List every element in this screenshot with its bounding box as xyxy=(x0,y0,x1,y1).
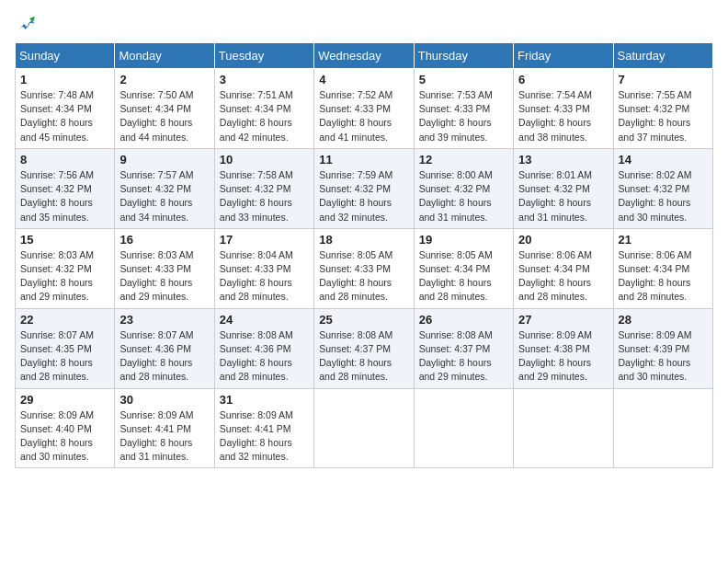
table-row: 18 Sunrise: 8:05 AM Sunset: 4:33 PM Dayl… xyxy=(314,228,414,308)
day-number: 26 xyxy=(419,313,508,327)
empty-cell xyxy=(613,388,712,468)
empty-cell xyxy=(314,388,414,468)
day-number: 30 xyxy=(119,393,209,407)
table-row: 6 Sunrise: 7:54 AM Sunset: 4:33 PM Dayli… xyxy=(514,69,613,149)
table-row: 3 Sunrise: 7:51 AM Sunset: 4:34 PM Dayli… xyxy=(214,69,313,149)
day-info: Sunrise: 8:00 AM Sunset: 4:32 PM Dayligh… xyxy=(419,168,508,224)
day-info: Sunrise: 8:07 AM Sunset: 4:36 PM Dayligh… xyxy=(119,328,209,385)
day-info: Sunrise: 8:03 AM Sunset: 4:33 PM Dayligh… xyxy=(119,248,209,304)
col-friday: Friday xyxy=(514,43,613,69)
day-number: 4 xyxy=(319,73,408,86)
table-row: 24 Sunrise: 8:08 AM Sunset: 4:36 PM Dayl… xyxy=(214,308,313,388)
day-info: Sunrise: 7:48 AM Sunset: 4:34 PM Dayligh… xyxy=(20,88,109,144)
day-number: 29 xyxy=(20,393,109,407)
day-number: 24 xyxy=(220,313,309,327)
table-row: 26 Sunrise: 8:08 AM Sunset: 4:37 PM Dayl… xyxy=(414,308,513,388)
day-info: Sunrise: 7:52 AM Sunset: 4:33 PM Dayligh… xyxy=(319,88,408,144)
day-number: 11 xyxy=(319,153,408,167)
col-saturday: Saturday xyxy=(613,43,712,69)
day-number: 25 xyxy=(319,313,408,327)
day-info: Sunrise: 8:06 AM Sunset: 4:34 PM Dayligh… xyxy=(518,248,608,304)
day-number: 6 xyxy=(518,73,608,86)
day-number: 14 xyxy=(619,153,708,167)
table-row: 16 Sunrise: 8:03 AM Sunset: 4:33 PM Dayl… xyxy=(115,228,214,308)
col-sunday: Sunday xyxy=(16,43,115,69)
day-info: Sunrise: 7:59 AM Sunset: 4:32 PM Dayligh… xyxy=(319,168,408,224)
calendar-week-row: 22 Sunrise: 8:07 AM Sunset: 4:35 PM Dayl… xyxy=(16,308,713,388)
table-row: 15 Sunrise: 8:03 AM Sunset: 4:32 PM Dayl… xyxy=(16,228,115,308)
table-row: 29 Sunrise: 8:09 AM Sunset: 4:40 PM Dayl… xyxy=(16,388,115,468)
day-info: Sunrise: 8:07 AM Sunset: 4:35 PM Dayligh… xyxy=(20,328,109,385)
day-number: 8 xyxy=(20,153,109,167)
col-thursday: Thursday xyxy=(414,43,513,69)
empty-cell xyxy=(414,388,513,468)
day-number: 22 xyxy=(20,313,109,327)
page-header xyxy=(15,15,713,35)
table-row: 22 Sunrise: 8:07 AM Sunset: 4:35 PM Dayl… xyxy=(16,308,115,388)
day-number: 20 xyxy=(518,233,608,247)
col-wednesday: Wednesday xyxy=(314,43,414,69)
calendar-week-row: 8 Sunrise: 7:56 AM Sunset: 4:32 PM Dayli… xyxy=(16,148,713,228)
empty-cell xyxy=(514,388,613,468)
day-number: 28 xyxy=(619,313,708,327)
day-info: Sunrise: 8:08 AM Sunset: 4:37 PM Dayligh… xyxy=(419,328,508,385)
table-row: 28 Sunrise: 8:09 AM Sunset: 4:39 PM Dayl… xyxy=(613,308,712,388)
day-info: Sunrise: 8:09 AM Sunset: 4:41 PM Dayligh… xyxy=(220,408,309,465)
table-row: 9 Sunrise: 7:57 AM Sunset: 4:32 PM Dayli… xyxy=(115,148,214,228)
table-row: 20 Sunrise: 8:06 AM Sunset: 4:34 PM Dayl… xyxy=(514,228,613,308)
day-number: 2 xyxy=(119,73,209,86)
calendar-table: Sunday Monday Tuesday Wednesday Thursday… xyxy=(15,42,713,468)
day-info: Sunrise: 7:55 AM Sunset: 4:32 PM Dayligh… xyxy=(619,88,708,144)
table-row: 30 Sunrise: 8:09 AM Sunset: 4:41 PM Dayl… xyxy=(115,388,214,468)
day-info: Sunrise: 7:50 AM Sunset: 4:34 PM Dayligh… xyxy=(119,88,209,144)
day-info: Sunrise: 8:01 AM Sunset: 4:32 PM Dayligh… xyxy=(518,168,608,224)
table-row: 11 Sunrise: 7:59 AM Sunset: 4:32 PM Dayl… xyxy=(314,148,414,228)
day-info: Sunrise: 7:57 AM Sunset: 4:32 PM Dayligh… xyxy=(119,168,209,224)
day-number: 16 xyxy=(119,233,209,247)
day-number: 3 xyxy=(220,73,309,86)
table-row: 25 Sunrise: 8:08 AM Sunset: 4:37 PM Dayl… xyxy=(314,308,414,388)
table-row: 17 Sunrise: 8:04 AM Sunset: 4:33 PM Dayl… xyxy=(214,228,313,308)
table-row: 4 Sunrise: 7:52 AM Sunset: 4:33 PM Dayli… xyxy=(314,69,414,149)
day-info: Sunrise: 8:05 AM Sunset: 4:33 PM Dayligh… xyxy=(319,248,408,304)
table-row: 5 Sunrise: 7:53 AM Sunset: 4:33 PM Dayli… xyxy=(414,69,513,149)
svg-marker-0 xyxy=(18,20,35,31)
table-row: 2 Sunrise: 7:50 AM Sunset: 4:34 PM Dayli… xyxy=(115,69,214,149)
day-number: 17 xyxy=(220,233,309,247)
calendar-header-row: Sunday Monday Tuesday Wednesday Thursday… xyxy=(16,43,713,69)
day-number: 15 xyxy=(20,233,109,247)
day-info: Sunrise: 8:09 AM Sunset: 4:40 PM Dayligh… xyxy=(20,408,109,465)
day-info: Sunrise: 8:03 AM Sunset: 4:32 PM Dayligh… xyxy=(20,248,109,304)
day-info: Sunrise: 8:09 AM Sunset: 4:38 PM Dayligh… xyxy=(518,328,608,385)
table-row: 10 Sunrise: 7:58 AM Sunset: 4:32 PM Dayl… xyxy=(214,148,313,228)
calendar-week-row: 29 Sunrise: 8:09 AM Sunset: 4:40 PM Dayl… xyxy=(16,388,713,468)
day-info: Sunrise: 7:53 AM Sunset: 4:33 PM Dayligh… xyxy=(419,88,508,144)
table-row: 8 Sunrise: 7:56 AM Sunset: 4:32 PM Dayli… xyxy=(16,148,115,228)
day-info: Sunrise: 8:09 AM Sunset: 4:41 PM Dayligh… xyxy=(119,408,209,465)
day-number: 12 xyxy=(419,153,508,167)
calendar-week-row: 15 Sunrise: 8:03 AM Sunset: 4:32 PM Dayl… xyxy=(16,228,713,308)
day-info: Sunrise: 7:54 AM Sunset: 4:33 PM Dayligh… xyxy=(518,88,608,144)
table-row: 21 Sunrise: 8:06 AM Sunset: 4:34 PM Dayl… xyxy=(613,228,712,308)
table-row: 14 Sunrise: 8:02 AM Sunset: 4:32 PM Dayl… xyxy=(613,148,712,228)
day-info: Sunrise: 7:51 AM Sunset: 4:34 PM Dayligh… xyxy=(220,88,309,144)
table-row: 19 Sunrise: 8:05 AM Sunset: 4:34 PM Dayl… xyxy=(414,228,513,308)
day-number: 13 xyxy=(518,153,608,167)
day-number: 9 xyxy=(119,153,209,167)
table-row: 1 Sunrise: 7:48 AM Sunset: 4:34 PM Dayli… xyxy=(16,69,115,149)
table-row: 7 Sunrise: 7:55 AM Sunset: 4:32 PM Dayli… xyxy=(613,69,712,149)
day-number: 21 xyxy=(619,233,708,247)
table-row: 27 Sunrise: 8:09 AM Sunset: 4:38 PM Dayl… xyxy=(514,308,613,388)
day-info: Sunrise: 8:08 AM Sunset: 4:37 PM Dayligh… xyxy=(319,328,408,385)
calendar-week-row: 1 Sunrise: 7:48 AM Sunset: 4:34 PM Dayli… xyxy=(16,69,713,149)
day-info: Sunrise: 8:06 AM Sunset: 4:34 PM Dayligh… xyxy=(619,248,708,304)
day-number: 27 xyxy=(518,313,608,327)
day-number: 23 xyxy=(119,313,209,327)
col-monday: Monday xyxy=(115,43,214,69)
day-number: 1 xyxy=(20,73,109,86)
day-number: 31 xyxy=(220,393,309,407)
day-number: 7 xyxy=(619,73,708,86)
table-row: 31 Sunrise: 8:09 AM Sunset: 4:41 PM Dayl… xyxy=(214,388,313,468)
col-tuesday: Tuesday xyxy=(214,43,313,69)
day-info: Sunrise: 8:05 AM Sunset: 4:34 PM Dayligh… xyxy=(419,248,508,304)
